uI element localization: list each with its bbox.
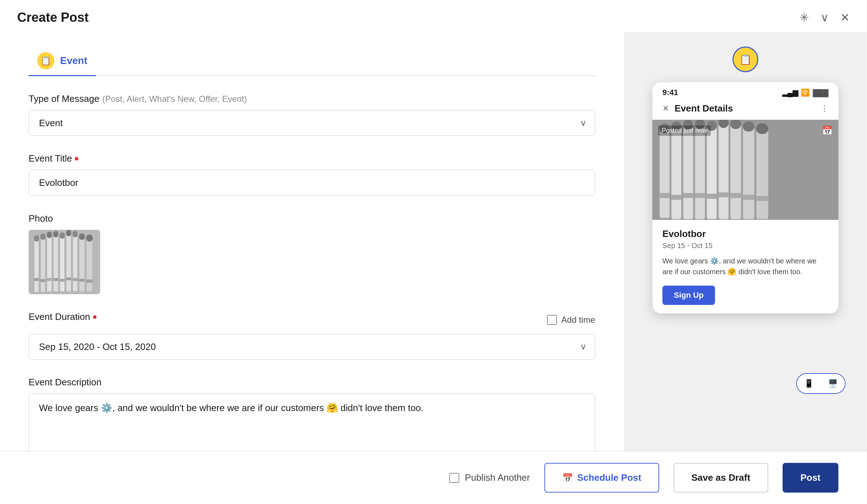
schedule-post-label: Schedule Post — [577, 472, 641, 483]
svg-rect-26 — [79, 279, 85, 282]
svg-rect-14 — [73, 231, 78, 237]
svg-rect-54 — [743, 195, 754, 200]
chevron-down-icon[interactable]: ∨ — [821, 11, 829, 24]
calendar-icon: 📅 — [822, 125, 833, 135]
photo-preview[interactable] — [29, 230, 100, 294]
event-tab-icon: 📋 — [37, 52, 54, 69]
add-time-checkbox[interactable] — [547, 315, 557, 325]
svg-rect-48 — [671, 195, 681, 200]
device-toggle: 📱 🖥️ — [796, 373, 846, 394]
svg-rect-12 — [66, 230, 71, 236]
svg-rect-6 — [47, 232, 52, 238]
svg-rect-17 — [86, 239, 93, 292]
event-title-input[interactable] — [29, 170, 595, 196]
right-panel: 📋 9:41 ▂▄▆ 🛜 ▓▓▓ ✕ Event Details — [624, 32, 867, 451]
title-bar: Create Post ✳ ∨ ✕ — [0, 0, 867, 32]
add-time-row: Add time — [547, 315, 595, 325]
tabs: 📋 Event — [29, 46, 595, 76]
svg-rect-18 — [86, 234, 93, 242]
phone-time: 9:41 — [662, 88, 678, 97]
event-description-section: Event Description We love gears ⚙️, and … — [29, 377, 595, 451]
photo-section: Photo — [29, 213, 595, 294]
svg-rect-31 — [671, 127, 681, 219]
title-bar-actions: ✳ ∨ ✕ — [799, 11, 850, 24]
type-of-message-select[interactable]: Event Post Alert What's New Offer — [29, 110, 595, 136]
close-icon[interactable]: ✕ — [840, 11, 850, 24]
svg-rect-44 — [743, 122, 754, 132]
save-as-draft-button[interactable]: Save as Draft — [673, 463, 768, 493]
photo-label: Photo — [29, 213, 595, 224]
event-image: Posted just now 📅 — [652, 120, 838, 220]
svg-rect-7 — [53, 234, 58, 292]
svg-rect-50 — [695, 193, 705, 198]
svg-rect-21 — [47, 278, 52, 281]
svg-rect-4 — [40, 233, 45, 240]
battery-icon: ▓▓▓ — [813, 89, 828, 97]
wifi-icon: 🛜 — [801, 88, 810, 97]
tab-event[interactable]: 📋 Event — [29, 46, 96, 76]
preview-event-description: We love gears ⚙️, and we wouldn't be whe… — [662, 256, 828, 277]
svg-rect-10 — [60, 232, 65, 239]
svg-rect-25 — [73, 278, 78, 281]
type-of-message-section: Type of Message (Post, Alert, What's New… — [29, 93, 595, 136]
main-content: 📋 Event Type of Message (Post, Alert, Wh… — [0, 32, 867, 451]
svg-rect-33 — [683, 125, 693, 219]
event-duration-select[interactable]: Sep 15, 2020 - Oct 15, 2020 — [29, 334, 595, 360]
svg-rect-15 — [79, 237, 85, 292]
svg-rect-29 — [660, 129, 670, 218]
svg-rect-35 — [695, 124, 705, 219]
svg-rect-20 — [40, 279, 45, 282]
duration-row: Event Duration Add time — [29, 311, 595, 328]
svg-rect-47 — [660, 193, 670, 198]
svg-rect-37 — [707, 126, 717, 219]
event-duration-section: Event Duration Add time Sep 15, 2020 - O… — [29, 311, 595, 360]
desktop-view-button[interactable]: 🖥️ — [821, 374, 845, 393]
svg-rect-52 — [719, 192, 729, 197]
svg-rect-13 — [73, 234, 78, 292]
required-indicator — [93, 315, 97, 319]
event-title-label: Event Title — [29, 153, 595, 164]
event-duration-label: Event Duration — [29, 311, 97, 322]
type-of-message-label: Type of Message (Post, Alert, What's New… — [29, 93, 595, 104]
svg-rect-3 — [40, 237, 45, 292]
svg-rect-11 — [66, 233, 71, 292]
svg-rect-55 — [756, 196, 768, 201]
publish-another-label: Publish Another — [465, 472, 530, 483]
pin-icon[interactable]: ✳ — [799, 11, 809, 24]
svg-rect-51 — [707, 194, 717, 199]
phone-status-bar: 9:41 ▂▄▆ 🛜 ▓▓▓ — [652, 82, 838, 100]
type-of-message-hint: (Post, Alert, What's New, Offer, Event) — [102, 94, 247, 104]
svg-rect-5 — [47, 235, 52, 292]
publish-another-checkbox[interactable] — [449, 473, 459, 483]
status-icons: ▂▄▆ 🛜 ▓▓▓ — [782, 88, 828, 97]
bottom-bar: Publish Another 📅 Schedule Post Save as … — [0, 451, 867, 504]
page-title: Create Post — [17, 10, 89, 25]
schedule-post-button[interactable]: 📅 Schedule Post — [544, 463, 659, 493]
svg-rect-45 — [756, 129, 768, 219]
svg-rect-27 — [86, 280, 93, 283]
more-icon[interactable]: ⋮ — [821, 104, 828, 113]
svg-rect-42 — [730, 120, 741, 129]
svg-rect-49 — [683, 193, 693, 198]
svg-rect-8 — [53, 231, 58, 237]
mobile-view-button[interactable]: 📱 — [797, 374, 821, 393]
svg-rect-2 — [34, 235, 39, 242]
event-description-textarea[interactable]: We love gears ⚙️, and we wouldn't be whe… — [29, 394, 595, 451]
signal-icon: ▂▄▆ — [782, 88, 798, 97]
svg-rect-19 — [34, 278, 39, 281]
svg-rect-9 — [60, 236, 65, 292]
phone-header-title: Event Details — [675, 103, 733, 114]
tab-event-label: Event — [60, 55, 87, 66]
svg-rect-39 — [719, 123, 729, 219]
add-time-label: Add time — [561, 315, 595, 325]
phone-header-left: ✕ Event Details — [662, 103, 733, 114]
sign-up-button[interactable]: Sign Up — [662, 286, 715, 305]
profile-icon-preview: 📋 — [733, 46, 758, 72]
svg-rect-16 — [79, 233, 85, 240]
svg-rect-1 — [34, 239, 39, 292]
svg-rect-23 — [60, 279, 65, 282]
post-button[interactable]: Post — [783, 463, 838, 493]
post-time-label: Posted just now — [658, 125, 711, 136]
type-of-message-wrapper: Event Post Alert What's New Offer ∨ — [29, 110, 595, 136]
close-icon[interactable]: ✕ — [662, 104, 669, 113]
